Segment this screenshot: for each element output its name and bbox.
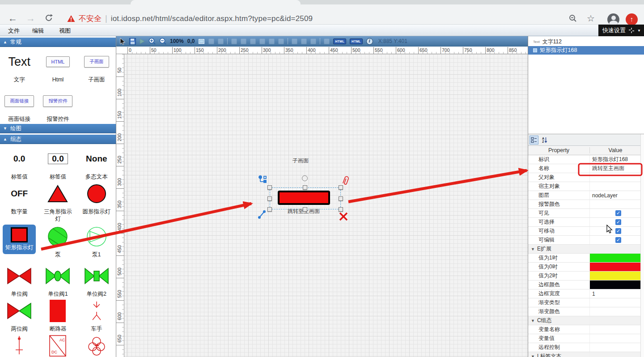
run-icon[interactable] (140, 38, 145, 44)
info-icon[interactable]: i (366, 38, 373, 45)
property-row[interactable]: 报警颜色 (528, 200, 641, 209)
property-row[interactable]: 可编辑✓ (528, 236, 641, 245)
property-checkbox[interactable]: ✓ (615, 228, 621, 234)
palette-item-twoway-valve[interactable]: 两位阀 (6, 296, 32, 332)
section-collapse-icon[interactable]: ▼ (531, 247, 535, 251)
security-warning-label[interactable]: 不安全 (79, 13, 102, 24)
rect-indicator-node[interactable] (278, 191, 330, 205)
palette-item-tagvalue-boxed[interactable]: 0.0 标签值 (48, 144, 68, 180)
property-row[interactable]: 渐变颜色 (528, 307, 641, 316)
palette-item-valve2[interactable]: 单位阀2 (84, 261, 110, 298)
property-section-row[interactable]: ▼L标签文本 (528, 352, 641, 357)
delete-x-icon[interactable] (339, 212, 348, 221)
palette-item-knife-switch[interactable]: 刀闸 (13, 331, 25, 357)
object-list-item-text[interactable]: Text 文字112 (528, 38, 644, 46)
html-view-icon[interactable]: HTML (350, 38, 363, 44)
value-column-header[interactable]: Value (590, 147, 641, 153)
resize-handle-sw[interactable] (267, 207, 272, 212)
resize-handle-n[interactable] (303, 185, 307, 190)
quick-settings-button[interactable]: 快速设置 ▼ (598, 25, 644, 36)
property-row[interactable]: 值为2时 (528, 272, 641, 280)
palette-section-config[interactable]: ▲组态 (0, 135, 116, 144)
color-swatch[interactable] (590, 272, 641, 280)
palette-section-general[interactable]: ▲常规 (0, 38, 116, 47)
property-value[interactable]: nodeLayer (592, 192, 618, 199)
property-checkbox[interactable]: ✓ (615, 210, 621, 216)
property-section-row[interactable]: ▼E扩展 (528, 245, 641, 254)
resize-handle-s[interactable] (303, 207, 307, 212)
section-collapse-icon[interactable]: ▼ (531, 319, 535, 323)
section-collapse-icon[interactable]: ▼ (531, 354, 535, 357)
property-row[interactable]: 可见✓ (528, 209, 641, 218)
property-row[interactable]: 渐变类型 (528, 298, 641, 307)
palette-item-subscreen[interactable]: 子画面 子画面 (84, 47, 109, 86)
property-row[interactable]: 可移动✓ (528, 227, 641, 236)
page-zoom-icon[interactable] (568, 14, 577, 23)
palette-item-valve[interactable]: 单位阀 (6, 261, 32, 298)
property-row[interactable]: 值为1时 (528, 254, 641, 263)
back-icon[interactable]: ← (8, 13, 17, 23)
palette-item-multitext[interactable]: None 多态文本 (85, 144, 108, 180)
palette-item-cart[interactable]: 车手 (86, 296, 107, 332)
save-icon[interactable] (129, 38, 136, 45)
palette-item-triangle-indicator[interactable]: 三角形指示灯 (42, 179, 74, 223)
property-row[interactable]: 可选择✓ (528, 218, 641, 227)
property-grid-scrollbar[interactable] (640, 134, 644, 357)
rotate-handle[interactable] (302, 175, 308, 181)
property-value[interactable]: 1 (592, 291, 595, 297)
property-row[interactable]: 图层nodeLayer (528, 191, 641, 200)
palette-item-pump[interactable]: 泵 (47, 222, 68, 261)
property-row[interactable]: 宿主对象 (528, 182, 641, 191)
resize-handle-se[interactable] (339, 207, 343, 212)
menu-view[interactable]: 视图 (59, 27, 71, 35)
connector-line-icon[interactable] (258, 209, 267, 219)
property-row[interactable]: 父对象 (528, 173, 641, 182)
property-row[interactable]: 边框宽度1 (528, 289, 641, 298)
preview-icon[interactable] (198, 38, 205, 44)
property-section-row[interactable]: ▼C组态 (528, 316, 641, 325)
resize-handle-w[interactable] (267, 196, 272, 201)
color-swatch[interactable] (590, 263, 641, 271)
resize-handle-nw[interactable] (267, 185, 272, 190)
palette-item-inverter[interactable]: ACDC 逆变器 (48, 331, 67, 357)
html-export-icon[interactable]: HTML (333, 38, 346, 44)
menu-file[interactable]: 文件 (8, 27, 20, 35)
palette-item-circle-indicator[interactable]: 圆形指示灯 (83, 179, 111, 223)
profile-avatar[interactable] (607, 13, 619, 26)
property-row[interactable]: 边框颜色 (528, 280, 641, 289)
sort-alpha-icon[interactable]: AZ (540, 136, 549, 144)
palette-item-tagvalue[interactable]: 0.0 标签值 (11, 144, 28, 180)
reload-icon[interactable] (44, 13, 53, 22)
categorize-icon[interactable] (530, 136, 538, 144)
palette-item-screenlink[interactable]: 画面链接 画面链接 (4, 86, 34, 124)
palette-item-html[interactable]: HTML Html (46, 47, 70, 86)
property-checkbox[interactable]: ✓ (615, 237, 621, 243)
connector-link-icon[interactable] (258, 175, 268, 184)
palette-item-pt[interactable]: PT (86, 331, 107, 357)
property-checkbox[interactable]: ✓ (615, 219, 621, 225)
color-swatch[interactable] (590, 254, 641, 262)
property-row[interactable]: 名称跳转至主画面 (528, 164, 641, 173)
property-column-header[interactable]: Property (528, 147, 590, 153)
palette-item-rect-indicator-selected[interactable]: 矩形指示灯 (3, 222, 36, 261)
select-tool-icon[interactable] (119, 38, 126, 45)
resize-handle-e[interactable] (339, 196, 343, 201)
property-row[interactable]: 标识矩形指示灯168 (528, 155, 641, 164)
property-value[interactable]: 矩形指示灯168 (592, 156, 628, 163)
canvas-subscreen-label[interactable]: 子画面 (292, 157, 309, 165)
browser-update-icon[interactable]: ↑ (626, 13, 638, 26)
address-bar-url[interactable]: iot.idosp.net/html/scada/editor.aspx.htm… (111, 14, 313, 23)
property-row[interactable]: 值为0时 (528, 263, 641, 272)
palette-item-digital[interactable]: OFF 数字量 (11, 179, 28, 223)
property-row[interactable]: 变量名称 (528, 325, 641, 334)
zoom-in-icon[interactable] (148, 38, 156, 45)
property-row[interactable]: 变量值 (528, 334, 641, 343)
object-list-item-rect-indicator-selected[interactable]: 矩形指示灯168 (528, 46, 644, 55)
palette-item-text[interactable]: Text 文字 (8, 47, 30, 86)
attach-paperclip-icon[interactable] (341, 175, 350, 186)
menu-edit[interactable]: 编辑 (32, 27, 44, 35)
palette-item-pump1[interactable]: 泵1 (86, 222, 107, 261)
palette-item-valve1[interactable]: 单位阀1 (45, 261, 71, 298)
palette-item-alarm[interactable]: 报警控件 报警控件 (43, 86, 72, 124)
property-row[interactable]: 远程控制 (528, 343, 641, 352)
